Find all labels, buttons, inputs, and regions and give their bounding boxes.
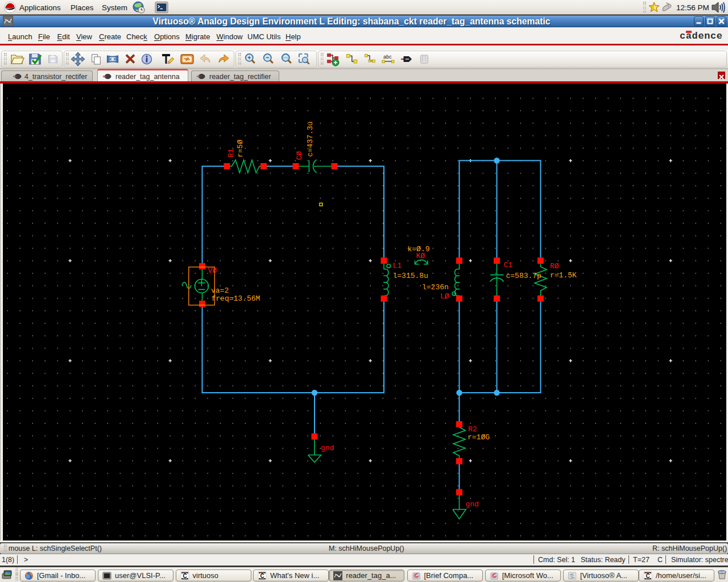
svg-text:CØ: CØ [295, 151, 304, 160]
svg-text:LØ: LØ [440, 292, 449, 301]
svg-text:gnd: gnd [466, 500, 479, 509]
svg-text:l=236n: l=236n [422, 283, 449, 292]
svg-text:freq=13.56M: freq=13.56M [212, 294, 260, 303]
svg-text:c=437.3u: c=437.3u [306, 122, 315, 157]
svg-text:C: C [260, 573, 264, 579]
svg-text:R1: R1 [227, 148, 235, 157]
svg-text:r=1ØG: r=1ØG [468, 433, 490, 442]
svg-text:r=1.5K: r=1.5K [550, 271, 577, 280]
svg-text:VØ: VØ [208, 267, 217, 275]
svg-text:gnd: gnd [321, 444, 334, 452]
svg-text:l=315.8u: l=315.8u [393, 272, 428, 280]
svg-text:C1: C1 [504, 261, 513, 269]
svg-text:r=5Ø: r=5Ø [236, 140, 245, 157]
svg-text:C: C [646, 573, 650, 579]
svg-text:abc: abc [383, 54, 392, 60]
svg-text:k=Ø.9: k=Ø.9 [408, 245, 430, 253]
svg-text:c=583.7p: c=583.7p [506, 272, 541, 280]
svg-text:CBA: CBA [569, 576, 574, 579]
svg-text:L1: L1 [393, 261, 402, 270]
svg-text:C: C [183, 573, 187, 579]
svg-text:va=2: va=2 [211, 286, 229, 295]
svg-text:RØ: RØ [550, 262, 559, 271]
